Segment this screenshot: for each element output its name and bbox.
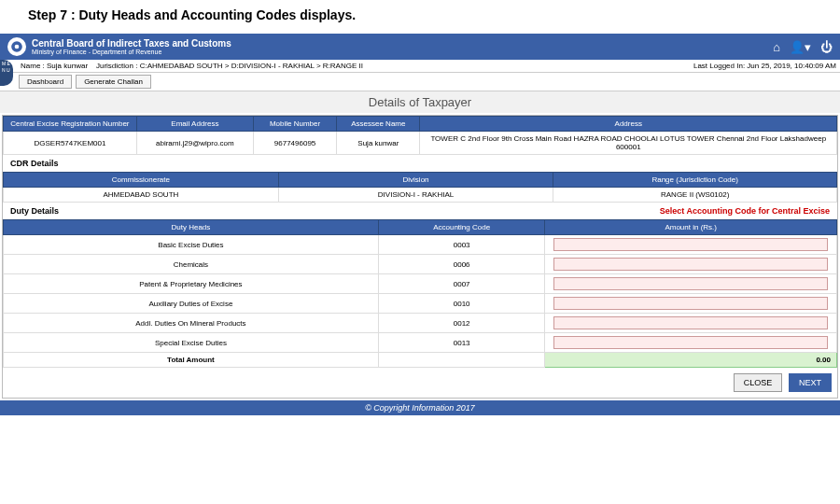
button-row: CLOSE NEXT (3, 368, 837, 398)
cell-div: DIVISION-I - RAKHIAL (278, 188, 553, 203)
tab-generate-challan[interactable]: Generate Challan (76, 75, 151, 89)
org-logo (7, 37, 26, 56)
tabs-bar: Dashboard Generate Challan (0, 73, 840, 91)
cell-amount (545, 294, 837, 314)
col-amount: Amount in (Rs.) (545, 220, 837, 235)
cell-acc-code: 0010 (378, 294, 545, 314)
name-value: Suja kunwar (47, 62, 88, 70)
menu-toggle[interactable]: M E N U (0, 60, 13, 86)
svg-point-1 (15, 45, 20, 49)
col-reg: Central Excise Registration Number (4, 117, 137, 132)
home-icon[interactable]: ⌂ (773, 40, 780, 54)
cell-acc-code: 0007 (378, 274, 545, 294)
col-duty-head: Duty Heads (4, 220, 379, 235)
cell-acc-code: 0012 (378, 314, 545, 333)
cell-reg: DGSER5747KEM001 (4, 132, 137, 155)
taxpayer-table: Central Excise Registration Number Email… (3, 116, 837, 155)
col-email: Email Address (136, 117, 253, 132)
section-title: Details of Taxpayer (0, 91, 840, 113)
table-row: Chemicals0006 (4, 255, 837, 274)
cell-duty-head: Basic Excise Duties (4, 235, 379, 255)
cell-duty-head: Addl. Duties On Mineral Products (4, 314, 379, 333)
total-row: Total Amount 0.00 (4, 353, 837, 368)
cell-email: abirami.j29@wipro.com (136, 132, 253, 155)
cell-duty-head: Auxiliary Duties of Excise (4, 294, 379, 314)
cell-mobile: 9677496095 (253, 132, 336, 155)
table-row: Patent & Proprietary Medicines0007 (4, 274, 837, 294)
table-row: Addl. Duties On Mineral Products0012 (4, 314, 837, 333)
org-name: Central Board of Indirect Taxes and Cust… (32, 38, 773, 49)
total-label: Total Amount (4, 353, 379, 368)
table-row: DGSER5747KEM001 abirami.j29@wipro.com 96… (4, 132, 837, 155)
next-button[interactable]: NEXT (789, 373, 832, 392)
col-comm: Commissionerate (4, 173, 279, 188)
cell-amount (545, 274, 837, 294)
last-login-label: Last Logged In: (693, 62, 745, 70)
cell-amount (545, 314, 837, 333)
cdr-table: Commissionerate Division Range (Jurisdic… (3, 172, 837, 203)
cell-acc-code: 0006 (378, 255, 545, 274)
jur-label: Jurisdiction : (96, 62, 137, 70)
cell-acc-code: 0013 (378, 333, 545, 353)
org-subtitle: Ministry of Finance - Department of Reve… (32, 49, 773, 55)
duty-table: Duty Heads Accounting Code Amount in (Rs… (3, 219, 837, 368)
last-login-value: Jun 25, 2019, 10:40:09 AM (747, 62, 836, 70)
amount-input[interactable] (553, 277, 828, 290)
close-button[interactable]: CLOSE (734, 373, 783, 392)
step-title: Step 7 : Duty Heads and Accounting Codes… (0, 0, 840, 34)
power-icon[interactable]: ⏻ (820, 40, 833, 54)
amount-input[interactable] (553, 238, 828, 251)
table-row: Special Excise Duties0013 (4, 333, 837, 353)
amount-input[interactable] (553, 297, 828, 310)
cell-amount (545, 333, 837, 353)
col-assessee: Assessee Name (337, 117, 420, 132)
cell-assessee: Suja kunwar (337, 132, 420, 155)
jur-value: C:AHMEDABAD SOUTH > D:DIVISION-I - RAKHI… (140, 62, 363, 70)
duty-heading: Duty Details Select Accounting Code for … (3, 203, 837, 219)
col-div: Division (278, 173, 553, 188)
col-address: Address (420, 117, 837, 132)
cell-comm: AHMEDABAD SOUTH (4, 188, 279, 203)
content-area: Central Excise Registration Number Email… (2, 115, 838, 399)
cell-amount (545, 255, 837, 274)
col-range: Range (Jurisdiction Code) (553, 173, 837, 188)
cell-duty-head: Chemicals (4, 255, 379, 274)
amount-input[interactable] (553, 258, 828, 271)
table-row: AHMEDABAD SOUTH DIVISION-I - RAKHIAL RAN… (4, 188, 837, 203)
cell-duty-head: Patent & Proprietary Medicines (4, 274, 379, 294)
col-acc-code: Accounting Code (378, 220, 545, 235)
user-icon[interactable]: 👤▾ (790, 40, 811, 54)
cell-acc-code: 0003 (378, 235, 545, 255)
name-label: Name : (21, 62, 45, 70)
table-row: Auxiliary Duties of Excise0010 (4, 294, 837, 314)
duty-title: Duty Details (10, 206, 59, 216)
total-value: 0.00 (545, 353, 837, 368)
cdr-heading: CDR Details (3, 155, 837, 172)
cell-duty-head: Special Excise Duties (4, 333, 379, 353)
user-info-bar: M E N U Name : Suja kunwar Jurisdiction … (0, 60, 840, 73)
table-row: Basic Excise Duties0003 (4, 235, 837, 255)
footer: © Copyright Information 2017 (0, 400, 840, 415)
amount-input[interactable] (553, 316, 828, 329)
col-mobile: Mobile Number (253, 117, 336, 132)
cell-amount (545, 235, 837, 255)
cell-range: RANGE II (WS0102) (553, 188, 837, 203)
amount-input[interactable] (553, 336, 828, 349)
cell-address: TOWER C 2nd Floor 9th Cross Main Road HA… (420, 132, 837, 155)
select-hint: Select Accounting Code for Central Excis… (660, 206, 830, 216)
app-header: Central Board of Indirect Taxes and Cust… (0, 34, 840, 60)
tab-dashboard[interactable]: Dashboard (19, 75, 72, 89)
